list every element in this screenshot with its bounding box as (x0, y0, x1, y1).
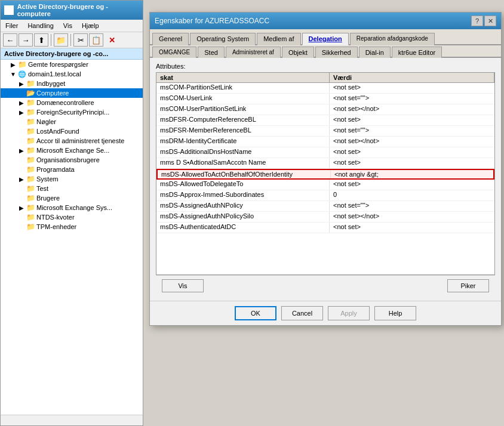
table-scroll[interactable]: msCOM-PartitionSetLink <not set> msCOM-U… (156, 83, 494, 271)
cancel-button[interactable]: Cancel (281, 306, 323, 320)
tree-item-msexchangesys[interactable]: ▶ 📁 Microsoft Exchange Sys... (1, 203, 143, 212)
attr-value: <not set> (330, 180, 494, 190)
table-row[interactable]: msDFSR-ComputerReferenceBL <not set> (156, 115, 494, 126)
menu-hjaelp[interactable]: Hjælp (79, 21, 102, 30)
folder-icon: 📁 (26, 203, 35, 212)
tree-label: Domænecontrollere (36, 99, 94, 106)
tab-administreret[interactable]: Administreret af (226, 47, 281, 58)
properties-dialog: Egenskaber for AZUREADSSOACC ? ✕ Generel… (149, 12, 502, 326)
tree-item-msexchange[interactable]: ▶ 📁 Microsoft Exchange Se... (1, 146, 143, 155)
vis-button[interactable]: Vis (162, 279, 204, 292)
tab-medilaf[interactable]: Medlem af (257, 33, 300, 45)
tree-label: Brugere (36, 195, 60, 202)
piker-button[interactable]: Piker (447, 279, 489, 292)
tab-sted[interactable]: Sted (198, 47, 225, 58)
dialog-title: Egenskaber for AZUREADSSOACC (155, 17, 269, 25)
titlebar-controls: ? ✕ (471, 16, 496, 26)
table-row[interactable]: msDS-Approx-Immed-Subordinates 0 (156, 190, 494, 201)
tree-label: Indbygget (36, 80, 65, 87)
menu-filer[interactable]: Filer (3, 21, 20, 30)
tab-os[interactable]: Operating System (190, 33, 256, 45)
attr-value: <not set> (330, 147, 494, 158)
tab-delegation[interactable]: Delegation (302, 33, 349, 45)
attr-value: <not set=""> (330, 201, 494, 211)
expand-icon: ▶ (17, 147, 26, 154)
tree-label: Programdata (36, 166, 75, 173)
tree-item-gemte[interactable]: ▶ 📁 Gemte forespørgsler (1, 60, 143, 69)
tree-item-system[interactable]: ▶ 📁 System (1, 174, 143, 184)
tree-label: Gemte forespørgsler (28, 61, 88, 68)
tab-dialin[interactable]: Dial-in (359, 47, 391, 58)
attr-value: <not set> (330, 158, 494, 168)
dialog-titlebar: Egenskaber for AZUREADSSOACC ? ✕ (150, 13, 501, 29)
attr-name: msDS-Approx-Immed-Subordinates (156, 190, 330, 200)
col-vaerdi: Værdi (330, 73, 494, 82)
cut-button[interactable]: ✂ (73, 33, 88, 47)
dialog-help-button[interactable]: ? (471, 16, 483, 26)
folder-button[interactable]: 📁 (54, 33, 68, 47)
tree-item-accor[interactable]: 📁 Accor til administreret tjeneste (1, 136, 143, 146)
attr-name: msDS-AllowedToDelegateTo (156, 180, 330, 190)
tab-sikkerhed[interactable]: Sikkerhed (315, 47, 358, 58)
tree-item-indbygget[interactable]: ▶ 📁 Indbygget (1, 79, 143, 88)
table-row[interactable]: msDRM-IdentityCertificate <not set></not… (156, 137, 494, 147)
ok-button[interactable]: OK (235, 306, 276, 320)
tree-item-orgbrugere[interactable]: 📁 Organisationsbrugere (1, 155, 143, 165)
table-row[interactable]: msDS-AssignedAuthNPolicySilo <not set></… (156, 212, 494, 223)
folder-icon: 📁 (26, 146, 35, 155)
table-row[interactable]: msDS-AssignedAuthNPolicy <not set=""> (156, 201, 494, 212)
copy-button[interactable]: 📋 (89, 33, 103, 47)
tree-item-ntds[interactable]: 📁 NTDS-kvoter (1, 212, 143, 222)
attr-name: msCOM-UserPartitionSetLink (156, 104, 330, 115)
tree-item-test[interactable]: 📁 Test (1, 184, 143, 193)
folder-icon: 📁 (26, 184, 35, 193)
table-row[interactable]: msDFSR-MemberReferenceBL <not set=""> (156, 126, 494, 137)
delete-button[interactable]: ✕ (105, 33, 119, 47)
tree-label: System (36, 175, 59, 183)
tree-item-dc[interactable]: ▶ 📁 Domænecontrollere (1, 98, 143, 107)
help-button[interactable]: Help (374, 306, 416, 320)
tab-objekt[interactable]: Objekt (282, 47, 314, 58)
tree-label: TPM-enheder (36, 223, 76, 230)
action-buttons-row: Vis Piker (156, 275, 495, 296)
forward-button[interactable]: → (19, 33, 33, 47)
tree-item-programdata[interactable]: 📁 Programdata (1, 165, 143, 174)
tab-omgange[interactable]: OMGANGE (152, 47, 196, 58)
tree-item-nogler[interactable]: 📁 Nøgler (1, 117, 143, 126)
table-row[interactable]: msCOM-UserLink <not set=""> (156, 94, 494, 104)
menu-handling[interactable]: Handling (25, 21, 56, 30)
attr-value: <not angiv &gt; (331, 170, 493, 178)
tree-item-tpm[interactable]: 📁 TPM-enheder (1, 222, 143, 231)
table-row[interactable]: msCOM-PartitionSetLink <not set> (156, 83, 494, 94)
table-row[interactable]: mms D S•AdtionalSamAccotn Name <not set> (156, 158, 494, 169)
back-button[interactable]: ← (3, 33, 17, 47)
apply-button[interactable]: Apply (328, 306, 370, 320)
toolbar: ← → ⬆ 📁 ✂ 📋 ✕ (1, 32, 143, 48)
tree-item-computere[interactable]: 📂 Computere (1, 88, 143, 98)
table-row-highlighted[interactable]: msDS-AllowedToActOnBehalfOfOtherIdentity… (156, 169, 494, 180)
attr-value: <not set> (330, 223, 494, 233)
main-window-title: Active Directory-brugere og -computere (17, 3, 139, 17)
tabs-row2: OMGANGE Sted Administreret af Objekt Sik… (150, 45, 501, 58)
tree-item-lostandfound[interactable]: 📁 LostAndFound (1, 126, 143, 136)
table-row[interactable]: msDS-AuthenticatedAtDC <not set> (156, 223, 494, 233)
dialog-close-button[interactable]: ✕ (484, 16, 496, 26)
tab-generel[interactable]: Generel (152, 33, 189, 45)
tree-item-foreign[interactable]: ▶ 📁 ForeignSecurityPrincipi... (1, 107, 143, 117)
table-row[interactable]: msDS-AdditionalDnsHostName <not set> (156, 147, 494, 158)
tree-item-brugere[interactable]: 📁 Brugere (1, 193, 143, 203)
left-buttons: Vis (162, 279, 204, 292)
up-button[interactable]: ⬆ (34, 33, 48, 47)
menu-vis[interactable]: Vis (61, 21, 75, 30)
attr-name: msCOM-PartitionSetLink (156, 83, 330, 93)
tree-label: Accor til administreret tjeneste (36, 137, 124, 144)
table-row[interactable]: msCOM-UserPartitionSetLink <not set></no… (156, 104, 494, 115)
tab-editor[interactable]: ktr6ue Editor (392, 47, 442, 58)
table-row[interactable]: msDS-AllowedToDelegateTo <not set> (156, 180, 494, 190)
main-window-icon: 🖥 (4, 5, 14, 15)
expand-icon: ▶ (9, 61, 17, 68)
attr-name: msCOM-UserLink (156, 94, 330, 104)
tree-item-domain[interactable]: ▼ 🌐 domain1.test.local (1, 69, 143, 79)
tab-reparation[interactable]: Reparation afadgangskode (350, 33, 435, 45)
attr-name: msDS-AssignedAuthNPolicySilo (156, 212, 330, 222)
